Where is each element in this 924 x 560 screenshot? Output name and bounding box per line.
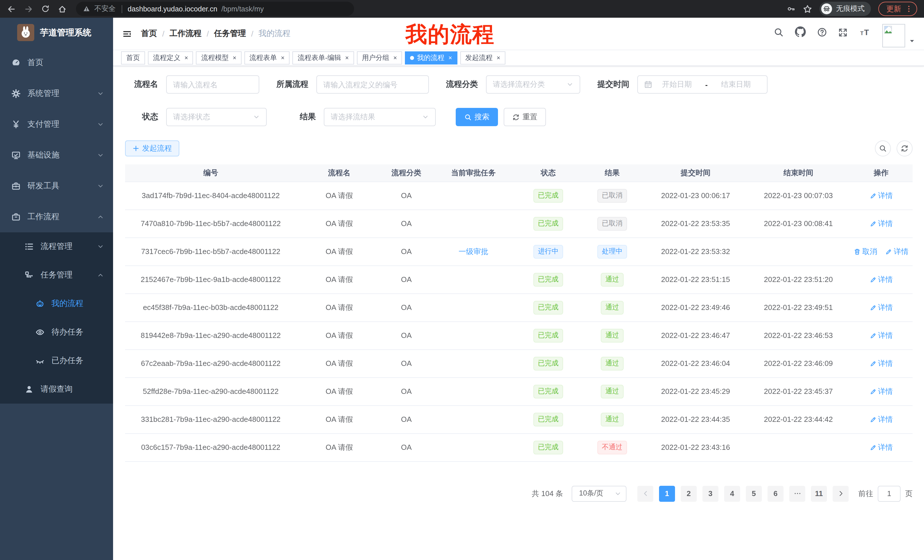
page-button-1[interactable]: 1 bbox=[659, 485, 675, 502]
github-button[interactable] bbox=[795, 26, 806, 37]
status-select[interactable]: 请选择状态 bbox=[166, 108, 267, 126]
action-详情-link[interactable]: 详情 bbox=[870, 219, 893, 229]
action-详情-link[interactable]: 详情 bbox=[870, 302, 893, 313]
tab-close-icon[interactable]: × bbox=[281, 55, 285, 61]
fullscreen-button[interactable] bbox=[838, 28, 848, 37]
sidebar-item-请假查询[interactable]: 请假查询 bbox=[0, 375, 113, 404]
sidebar-collapse-button[interactable] bbox=[113, 29, 141, 39]
action-详情-link[interactable]: 详情 bbox=[870, 274, 893, 284]
header-search-button[interactable] bbox=[774, 27, 783, 37]
tab-close-icon[interactable]: × bbox=[233, 55, 236, 61]
current-task-link[interactable]: 一级审批 bbox=[459, 247, 488, 256]
cell-category: OA bbox=[382, 238, 430, 265]
cell-status: 已完成 bbox=[516, 349, 580, 377]
tab-流程表单-编辑[interactable]: 流程表单-编辑× bbox=[292, 51, 354, 64]
column-header: 状态 bbox=[516, 165, 580, 181]
create-process-button[interactable]: 发起流程 bbox=[125, 141, 179, 156]
select-caret-icon bbox=[615, 490, 621, 497]
forward-icon[interactable] bbox=[24, 4, 33, 13]
sidebar-item-label: 支付管理 bbox=[27, 119, 59, 130]
caret-down-icon[interactable] bbox=[909, 38, 915, 44]
breadcrumb-item[interactable]: 任务管理 bbox=[214, 28, 246, 39]
page-button-6[interactable]: 6 bbox=[768, 485, 783, 502]
sidebar-item-任务管理[interactable]: 任务管理 bbox=[0, 261, 113, 289]
action-详情-link[interactable]: 详情 bbox=[870, 414, 893, 424]
cell-category: OA bbox=[382, 433, 430, 461]
tab-用户分组[interactable]: 用户分组× bbox=[357, 51, 402, 64]
font-size-button[interactable]: TT bbox=[859, 28, 871, 37]
warning-icon bbox=[83, 5, 90, 13]
security-label[interactable]: 不安全 bbox=[94, 4, 116, 14]
action-详情-link[interactable]: 详情 bbox=[870, 358, 893, 368]
page-button-3[interactable]: 3 bbox=[702, 485, 718, 502]
sidebar-item-待办任务[interactable]: 待办任务 bbox=[0, 318, 113, 346]
sidebar-item-系统管理[interactable]: 系统管理 bbox=[0, 78, 113, 109]
tab-close-icon[interactable]: × bbox=[184, 55, 188, 61]
action-详情-link[interactable]: 详情 bbox=[870, 190, 893, 201]
next-page-button[interactable] bbox=[832, 485, 849, 502]
action-详情-link[interactable]: 详情 bbox=[885, 246, 909, 257]
reset-button[interactable]: 重置 bbox=[504, 108, 546, 126]
prev-page-button[interactable] bbox=[638, 485, 653, 502]
action-取消-link[interactable]: 取消 bbox=[854, 246, 877, 257]
key-icon[interactable] bbox=[787, 4, 795, 13]
tab-流程定义[interactable]: 流程定义× bbox=[148, 51, 193, 64]
sidebar-item-研发工具[interactable]: 研发工具 bbox=[0, 171, 113, 202]
page-button-4[interactable]: 4 bbox=[724, 485, 740, 502]
breadcrumb-item[interactable]: 工作流程 bbox=[170, 28, 202, 39]
browser-update-button[interactable]: 更新 bbox=[878, 2, 917, 16]
dashboard-icon bbox=[11, 58, 21, 67]
action-详情-link[interactable]: 详情 bbox=[870, 386, 893, 397]
bookmark-star-icon[interactable] bbox=[803, 4, 812, 13]
page-button-2[interactable]: 2 bbox=[681, 485, 697, 502]
process-definition-input[interactable] bbox=[316, 75, 429, 94]
breadcrumb-item[interactable]: 首页 bbox=[141, 28, 157, 39]
page-size-select[interactable]: 10条/页 bbox=[572, 485, 627, 502]
sidebar-item-已办任务[interactable]: 已办任务 bbox=[0, 346, 113, 375]
tab-我的流程[interactable]: 我的流程× bbox=[405, 51, 457, 64]
cell-status: 已完成 bbox=[516, 433, 580, 461]
page-button-5[interactable]: 5 bbox=[746, 485, 762, 502]
action-详情-link[interactable]: 详情 bbox=[870, 330, 893, 340]
sidebar-item-我的流程[interactable]: 我的流程 bbox=[0, 289, 113, 318]
sidebar-item-支付管理[interactable]: 支付管理 bbox=[0, 109, 113, 140]
tab-close-icon[interactable]: × bbox=[345, 55, 349, 61]
cell-status: 进行中 bbox=[516, 238, 580, 265]
address-bar[interactable]: 不安全 dashboard.yudao.iocoder.cn/bpm/task/… bbox=[76, 2, 354, 16]
action-详情-link[interactable]: 详情 bbox=[870, 442, 893, 452]
sidebar-item-基础设施[interactable]: 基础设施 bbox=[0, 140, 113, 171]
tab-发起流程[interactable]: 发起流程× bbox=[460, 51, 506, 64]
cell-submit-time: 2022-01-22 23:49:46 bbox=[644, 293, 747, 321]
refresh-table-button[interactable] bbox=[897, 141, 913, 156]
category-select[interactable]: 请选择流程分类 bbox=[486, 75, 580, 94]
sidebar-item-工作流程[interactable]: 工作流程 bbox=[0, 202, 113, 232]
app-logo-row[interactable]: 芋道管理系统 bbox=[0, 18, 113, 47]
filter-row-1: 流程名所属流程流程分类请选择流程分类提交时间开始日期-结束日期 bbox=[125, 75, 913, 94]
browser-menu-icon[interactable] bbox=[905, 5, 913, 13]
reload-icon[interactable] bbox=[41, 4, 50, 13]
refresh-icon bbox=[512, 113, 520, 121]
help-button[interactable] bbox=[817, 27, 827, 37]
result-badge: 通过 bbox=[601, 273, 624, 286]
avatar[interactable] bbox=[882, 24, 905, 47]
tab-close-icon[interactable]: × bbox=[393, 55, 397, 61]
submit-time-range[interactable]: 开始日期-结束日期 bbox=[638, 75, 768, 94]
show-search-button[interactable] bbox=[875, 141, 891, 156]
tab-流程表单[interactable]: 流程表单× bbox=[244, 51, 290, 64]
sidebar-item-首页[interactable]: 首页 bbox=[0, 47, 113, 78]
result-select[interactable]: 请选择流结果 bbox=[324, 108, 436, 126]
page-button-11[interactable]: 11 bbox=[811, 485, 827, 502]
back-icon[interactable] bbox=[7, 4, 16, 13]
more-pages-button[interactable] bbox=[789, 485, 805, 502]
tab-首页[interactable]: 首页 bbox=[121, 51, 145, 64]
process-name-input[interactable] bbox=[166, 75, 259, 94]
filter-label: 结果 bbox=[283, 112, 316, 122]
sidebar-item-流程管理[interactable]: 流程管理 bbox=[0, 232, 113, 261]
tab-close-icon[interactable]: × bbox=[448, 55, 452, 61]
home-icon[interactable] bbox=[58, 4, 67, 13]
user-menu[interactable] bbox=[882, 20, 915, 47]
search-button[interactable]: 搜索 bbox=[456, 108, 498, 126]
tab-close-icon[interactable]: × bbox=[496, 55, 500, 61]
goto-page-input[interactable] bbox=[878, 485, 901, 502]
tab-流程模型[interactable]: 流程模型× bbox=[196, 51, 242, 64]
